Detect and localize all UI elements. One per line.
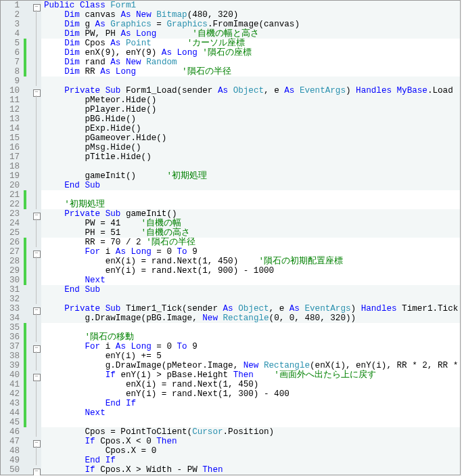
code-line[interactable]: enY(i) = rand.Next(1, 300) - 400	[41, 389, 460, 399]
code-line[interactable]: For i As Long = 0 To 9	[41, 342, 460, 351]
token-id: (480, 320)	[187, 10, 239, 20]
fold-cell	[32, 58, 41, 67]
token-id: Form1_Load(sender	[120, 86, 218, 95]
change-marker	[22, 190, 32, 200]
code-line[interactable]: Public Class Form1	[41, 1, 460, 10]
token-id: pExp.Hide()	[44, 124, 141, 133]
fold-cell[interactable]: −	[32, 1, 41, 10]
fold-cell[interactable]: −	[32, 247, 41, 257]
code-line[interactable]	[41, 77, 460, 86]
token-kw: As Long	[162, 48, 198, 58]
line-number: 23	[1, 209, 20, 219]
change-marker	[22, 465, 32, 475]
code-line[interactable]: pPlayer.Hide()	[41, 105, 460, 114]
code-line[interactable]: End If	[41, 399, 460, 408]
token-id: )	[346, 86, 356, 95]
code-line[interactable]: Private Sub Timer1_Tick(sender As Object…	[41, 304, 460, 313]
code-line[interactable]: Dim PW, PH As Long '自機の幅と高さ	[41, 29, 460, 39]
token-kw: Dim	[64, 67, 80, 77]
token-kw: Dim	[64, 58, 80, 67]
fold-gutter[interactable]: −−−−−−−−−	[32, 1, 41, 475]
code-line[interactable]	[41, 295, 460, 304]
fold-toggle-icon[interactable]: −	[33, 469, 41, 475]
change-marker	[22, 456, 32, 465]
code-line[interactable]: '初期処理	[41, 200, 460, 209]
fold-cell[interactable]: −	[32, 86, 41, 95]
token-id: i	[100, 342, 116, 351]
token-kw: To	[177, 247, 187, 257]
code-line[interactable]: pMeteor.Hide()	[41, 95, 460, 105]
code-editor[interactable]: 1234567891011121314151617181920212223242…	[0, 0, 461, 475]
code-line[interactable]: Dim canvas As New Bitmap(480, 320)	[41, 10, 460, 20]
code-line[interactable]: If Cpos.X > Width - PW Then	[41, 465, 460, 475]
code-line[interactable]: If Cpos.X < 0 Then	[41, 437, 460, 446]
token-id	[44, 48, 64, 58]
line-number: 32	[1, 295, 20, 304]
code-line[interactable]: enX(i) = rand.Next(1, 450)	[41, 380, 460, 389]
code-line[interactable]: Cpos = PointToClient(Cursor.Position)	[41, 427, 460, 437]
code-line[interactable]: Private Sub gameInit()	[41, 209, 460, 219]
token-kw: End Sub	[64, 285, 100, 295]
code-line[interactable]: enY(i) = rand.Next(1, 900) - 1000	[41, 266, 460, 276]
code-area[interactable]: Public Class Form1 Dim canvas As New Bit…	[41, 1, 460, 475]
code-line[interactable]: PW = 41 '自機の幅	[41, 219, 460, 228]
code-line[interactable]: For i As Long = 0 To 9	[41, 247, 460, 257]
code-line[interactable]: End If	[41, 456, 460, 465]
fold-cell[interactable]: −	[32, 437, 41, 446]
code-line[interactable]: Dim RR As Long '隕石の半径	[41, 67, 460, 77]
token-id	[136, 67, 182, 77]
code-line[interactable]: Dim enX(9), enY(9) As Long '隕石の座標	[41, 48, 460, 58]
code-line[interactable]: g.DrawImage(pBG.Image, New Rectangle(0, …	[41, 313, 460, 323]
code-line[interactable]: enX(i) = rand.Next(1, 450) '隕石の初期配置座標	[41, 257, 460, 266]
code-line[interactable]: End Sub	[41, 285, 460, 295]
fold-cell[interactable]: −	[32, 342, 41, 351]
token-type: EventArgs	[300, 86, 346, 95]
code-line[interactable]: pBG.Hide()	[41, 114, 460, 124]
fold-cell	[32, 114, 41, 124]
token-kw: Handles	[361, 304, 397, 313]
fold-cell[interactable]: −	[32, 370, 41, 380]
token-id: RR	[80, 67, 100, 77]
code-line[interactable]: PH = 51 '自機の高さ	[41, 228, 460, 238]
code-line[interactable]	[41, 323, 460, 332]
code-line[interactable]: pMsg.Hide()	[41, 143, 460, 152]
change-marker	[22, 295, 32, 304]
code-line[interactable]: Next	[41, 276, 460, 285]
code-line[interactable]: Dim rand As New Random	[41, 58, 460, 67]
code-line[interactable]	[41, 190, 460, 200]
code-line[interactable]: Private Sub Form1_Load(sender As Object,…	[41, 86, 460, 95]
code-line[interactable]: Dim Cpos As Point 'カーソル座標	[41, 39, 460, 48]
token-kw: Public Class	[44, 1, 106, 10]
token-id: g	[80, 20, 95, 29]
code-line[interactable]: pTitle.Hide()	[41, 152, 460, 162]
code-line[interactable]: Dim g As Graphics = Graphics.FromImage(c…	[41, 20, 460, 29]
line-number: 38	[1, 351, 20, 361]
token-id	[44, 29, 64, 39]
line-number: 34	[1, 313, 20, 323]
code-line[interactable]: Cpos.X = 0	[41, 446, 460, 456]
code-line[interactable]: Next	[41, 408, 460, 418]
fold-cell	[32, 171, 41, 181]
code-line[interactable]	[41, 162, 460, 171]
fold-cell[interactable]: −	[32, 465, 41, 475]
line-number: 5	[1, 39, 20, 48]
change-marker	[22, 228, 32, 238]
code-line[interactable]: RR = 70 / 2 '隕石の半径	[41, 238, 460, 247]
code-line[interactable]: If enY(i) > pBase.Height Then '画面外へ出たら上に…	[41, 370, 460, 380]
change-marker	[22, 247, 32, 257]
code-line[interactable]: pGameover.Hide()	[41, 133, 460, 143]
code-line[interactable]: enY(i) += 5	[41, 351, 460, 361]
code-line[interactable]: End Sub	[41, 181, 460, 190]
token-type: Random	[146, 58, 177, 67]
token-type: Graphics	[166, 20, 207, 29]
token-kw: For	[85, 342, 100, 351]
code-line[interactable]: pExp.Hide()	[41, 124, 460, 133]
token-kw: As Long	[120, 29, 156, 39]
token-cmt: '隕石の半径	[182, 67, 231, 77]
fold-cell[interactable]: −	[32, 304, 41, 313]
code-line[interactable]: g.DrawImage(pMeteor.Image, New Rectangle…	[41, 361, 460, 370]
code-line[interactable]	[41, 418, 460, 427]
code-line[interactable]: '隕石の移動	[41, 332, 460, 342]
code-line[interactable]: gameInit() '初期処理	[41, 171, 460, 181]
fold-cell[interactable]: −	[32, 209, 41, 219]
